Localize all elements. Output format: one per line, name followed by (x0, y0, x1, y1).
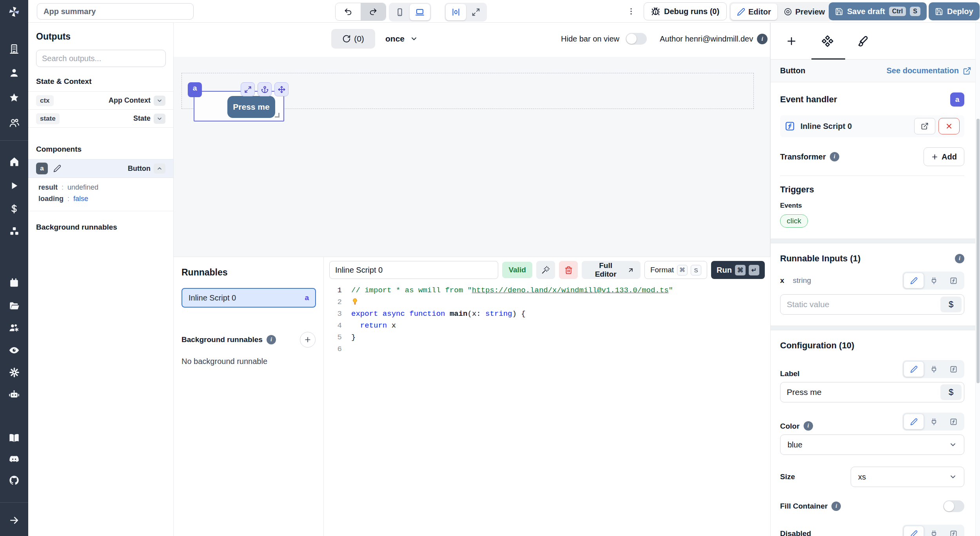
runnables-panel: Runnables Inline Script 0 a Background r… (174, 257, 324, 536)
runnable-item-inline-script-0[interactable]: Inline Script 0 a (181, 288, 316, 308)
windmill-logo[interactable] (0, 3, 28, 20)
expand-sidebar-arrow-icon[interactable] (0, 512, 28, 529)
home-icon[interactable] (0, 153, 28, 170)
variables-dollar-icon[interactable] (0, 200, 28, 217)
script-name-input[interactable] (329, 261, 498, 279)
info-icon[interactable]: i (831, 502, 841, 511)
groups-icon[interactable] (0, 114, 28, 131)
settings-gear-icon[interactable] (0, 364, 28, 381)
more-menu-button[interactable] (626, 5, 636, 18)
editor-tab[interactable]: Editor (731, 4, 777, 20)
external-link-icon (921, 122, 929, 130)
eval-mode-button[interactable] (944, 361, 963, 377)
refresh-runnables-button[interactable]: (0) (331, 29, 375, 49)
open-script-button[interactable] (914, 118, 935, 134)
color-select[interactable]: blue (780, 435, 964, 455)
scrollbar-track[interactable] (975, 23, 980, 536)
resources-boxes-icon[interactable] (0, 223, 28, 240)
app-summary-input[interactable] (37, 3, 194, 20)
resize-handle[interactable] (275, 113, 279, 118)
expand-handle[interactable] (241, 82, 255, 96)
redo-button[interactable] (361, 3, 386, 20)
undo-button[interactable] (336, 3, 361, 20)
format-button[interactable]: Format ⌘ S (644, 261, 707, 279)
static-mode-button[interactable] (904, 361, 924, 377)
settings-tab-active[interactable] (821, 29, 834, 53)
center-spacing-button[interactable] (446, 4, 466, 20)
move-handle[interactable] (274, 82, 289, 96)
static-value-input[interactable] (780, 300, 940, 309)
see-documentation-link[interactable]: See documentation (887, 66, 971, 75)
static-mode-button[interactable] (904, 414, 924, 429)
save-draft-button[interactable]: Save draft Ctrl S (829, 2, 927, 20)
add-background-runnable-button[interactable] (300, 332, 316, 348)
fullscreen-canvas-button[interactable] (466, 4, 486, 20)
static-mode-button[interactable] (904, 273, 924, 288)
deploy-button[interactable]: Deploy (929, 2, 980, 20)
info-icon[interactable]: i (757, 34, 768, 44)
component-collapse-button[interactable] (154, 163, 165, 174)
runs-play-icon[interactable] (0, 177, 28, 194)
audit-eye-icon[interactable] (0, 342, 28, 359)
user-icon[interactable] (0, 64, 28, 81)
run-label: Run (717, 266, 732, 275)
lightbulb-icon[interactable] (351, 298, 359, 305)
press-me-button[interactable]: Press me (227, 96, 275, 118)
code-lines[interactable]: // import * as wmill from "https://deno.… (342, 284, 673, 355)
info-icon[interactable]: i (267, 335, 276, 344)
run-button[interactable]: Run ⌘ ↵ (711, 261, 765, 279)
debug-runs-button[interactable]: Debug runs (0) (644, 2, 727, 20)
workers-users-gear-icon[interactable] (0, 319, 28, 337)
delete-script-button[interactable] (559, 261, 578, 279)
ai-assistant-button[interactable] (536, 261, 555, 279)
ctx-expand-button[interactable] (154, 96, 165, 106)
code-editor-area[interactable]: 123456 // import * as wmill from "https:… (324, 284, 770, 355)
design-canvas[interactable]: a Press me (174, 57, 770, 257)
mobile-view-button[interactable] (390, 4, 410, 20)
info-icon[interactable]: i (830, 152, 839, 161)
size-select[interactable]: xs (851, 467, 964, 487)
eval-mode-button[interactable] (944, 526, 963, 536)
component-id-badge: a (36, 163, 48, 174)
eval-mode-button[interactable] (944, 273, 963, 288)
docs-book-icon[interactable] (0, 429, 28, 447)
connect-value-button[interactable]: $ (940, 297, 962, 312)
styling-tab[interactable] (857, 29, 870, 53)
connect-value-button[interactable]: $ (940, 384, 962, 400)
connect-mode-button[interactable] (924, 526, 944, 536)
github-icon[interactable] (0, 472, 28, 489)
fill-container-toggle[interactable] (943, 500, 964, 512)
ai-robot-icon[interactable] (0, 386, 28, 403)
author-label: Author henri@windmill.dev (660, 34, 753, 43)
label-value-input[interactable] (780, 388, 940, 397)
folders-icon[interactable] (0, 297, 28, 314)
eval-mode-button[interactable] (944, 414, 963, 429)
component-badge[interactable]: a (188, 82, 202, 97)
info-icon[interactable]: i (804, 421, 813, 431)
output-row-ctx[interactable]: ctx App Context (28, 92, 173, 110)
schedules-calendar-icon[interactable] (0, 274, 28, 292)
connect-mode-button[interactable] (924, 361, 944, 377)
state-expand-button[interactable] (154, 114, 165, 124)
connect-mode-button[interactable] (924, 414, 944, 429)
static-mode-button[interactable] (904, 526, 924, 536)
remove-script-button[interactable] (938, 118, 960, 134)
insert-component-tab[interactable] (785, 29, 798, 53)
add-transformer-button[interactable]: Add (924, 147, 964, 166)
component-row-a[interactable]: a Button (28, 159, 173, 178)
anchor-handle[interactable] (258, 82, 272, 96)
desktop-view-button[interactable] (410, 4, 430, 20)
discord-icon[interactable] (0, 451, 28, 468)
preview-tab[interactable]: Preview (777, 4, 831, 20)
favorites-star-icon[interactable] (0, 89, 28, 106)
connect-mode-button[interactable] (924, 273, 944, 288)
search-outputs-input[interactable] (36, 50, 166, 67)
hide-bar-toggle[interactable] (626, 33, 647, 45)
schedule-dropdown[interactable]: once (385, 29, 418, 49)
workspace-icon[interactable] (0, 40, 28, 58)
info-icon[interactable]: i (955, 254, 964, 263)
event-handler-script-card[interactable]: Inline Script 0 (780, 115, 964, 137)
output-row-state[interactable]: state State (28, 110, 173, 128)
scrollbar-thumb[interactable] (976, 119, 980, 383)
full-editor-button[interactable]: Full Editor (582, 261, 641, 279)
